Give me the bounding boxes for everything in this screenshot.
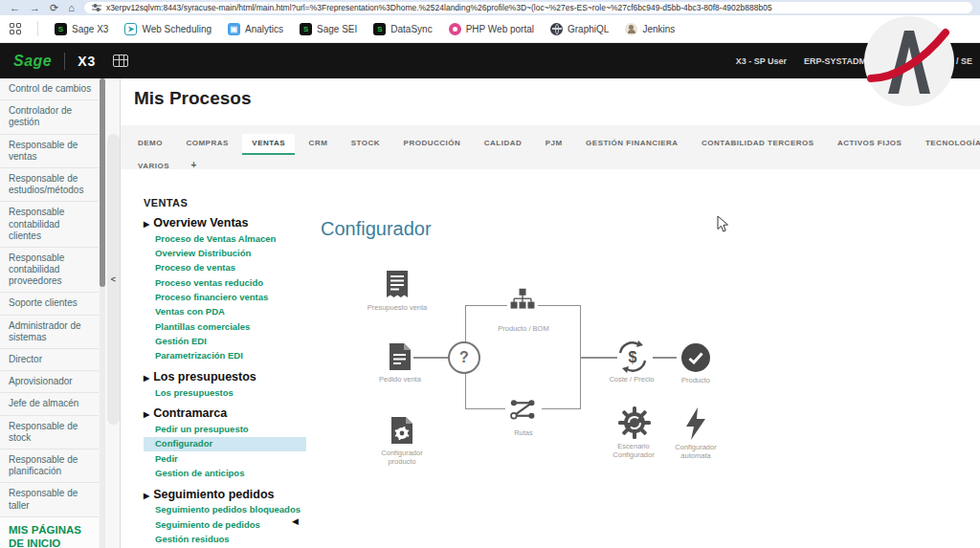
diagram-title: Configurador: [321, 218, 432, 240]
tree-link-proceso-de-ventas[interactable]: Proceso de ventas: [144, 261, 306, 275]
tree-link-configurador[interactable]: Configurador: [144, 437, 306, 451]
gear-icon[interactable]: [617, 406, 652, 440]
sidebar-collapse-handle[interactable]: <: [107, 134, 120, 425]
group-arrow-icon: ▶: [144, 492, 149, 500]
grid-menu-icon[interactable]: [113, 55, 128, 67]
bookmark-analytics[interactable]: ▣ Analytics: [228, 23, 283, 35]
bookmark-web-scheduling[interactable]: ➤ Web Scheduling: [124, 23, 212, 35]
back-icon[interactable]: ←: [10, 3, 20, 13]
tree-title: VENTAS: [144, 197, 306, 208]
bookmark-php-web-portal[interactable]: PHP Web portal: [449, 23, 534, 35]
tab-contabilidad-terceros[interactable]: CONTABILIDAD TERCEROS: [692, 134, 823, 153]
bolt-icon[interactable]: [684, 407, 707, 440]
sage-logo: Sage: [13, 53, 52, 70]
sidebar-item-responsable-de-stock[interactable]: Responsable de stock: [0, 416, 99, 449]
tree-link-proceso-ventas-almacen[interactable]: Proceso de Ventas Almacen: [144, 231, 306, 246]
sidebar-item-responsable-estudios-metodos[interactable]: Responsable de estudios/métodos: [0, 168, 99, 202]
tree-link-proceso-ventas-reducido[interactable]: Proceso ventas reducido: [144, 275, 306, 290]
sidebar-item-responsable-contabilidad-proveedores[interactable]: Responsable contabilidad proveedores: [0, 248, 99, 294]
tree-link-pedir[interactable]: Pedir: [144, 451, 306, 466]
tree-link-overview-distribucion[interactable]: Overview Distribución: [144, 246, 306, 260]
tree-group-los-presupuestos[interactable]: ▶Los presupuestos: [144, 370, 306, 384]
bookmark-jenkins[interactable]: Jenkins: [625, 23, 675, 35]
route-icon[interactable]: [505, 396, 542, 423]
tab-compras[interactable]: COMPRAS: [176, 134, 237, 153]
apps-grid-icon[interactable]: [10, 23, 21, 34]
check-icon[interactable]: [681, 343, 710, 372]
graphiql-favicon: [550, 23, 563, 35]
sidebar-item-administrador-de-sistemas[interactable]: Administrador de sistemas: [0, 316, 99, 349]
tree-link-parametrizacion-edi[interactable]: Parametrización EDI: [144, 349, 306, 363]
tree-panel-collapse-icon[interactable]: ◀: [292, 516, 299, 526]
add-tab-button[interactable]: +: [184, 158, 205, 169]
group-arrow-icon: ▶: [144, 410, 149, 419]
sidebar-item-aprovisionador[interactable]: Aprovisionador: [0, 371, 99, 393]
bookmark-sage-sei[interactable]: S Sage SEI: [300, 23, 357, 35]
sidebar-scrollbar-thumb[interactable]: [100, 78, 105, 287]
bom-icon[interactable]: [507, 286, 538, 313]
sidebar-item-responsable-de-taller[interactable]: Responsable de taller: [0, 483, 99, 516]
sidebar-item-controlador-de-gestion[interactable]: Controlador de gestión: [0, 100, 99, 134]
document-icon[interactable]: [388, 342, 412, 371]
node-label: Pedido venta: [367, 375, 434, 384]
price-sync-icon[interactable]: $: [615, 340, 650, 373]
tab-calidad[interactable]: CALIDAD: [475, 134, 532, 153]
tree-link-gestion-residuos[interactable]: Gestión residuos: [144, 533, 306, 547]
tab-row-1: DEMO COMPRAS VENTAS CRM STOCK PRODUCCIÓN…: [128, 132, 980, 155]
tree-link-ventas-con-pda[interactable]: Ventas con PDA: [144, 305, 306, 319]
tree-link-plantillas-comerciales[interactable]: Plantillas comerciales: [144, 319, 306, 334]
jenkins-favicon: [625, 23, 637, 35]
sidebar-item-responsable-de-planificacion[interactable]: Responsable de planificación: [0, 449, 99, 483]
tree-link-gestion-edi[interactable]: Gestión EDI: [144, 334, 306, 348]
tab-crm[interactable]: CRM: [300, 134, 338, 153]
tree-link-gestion-de-anticipos[interactable]: Gestion de anticipos: [144, 466, 306, 480]
tree-link-los-presupuestos[interactable]: Los presupuestos: [144, 385, 306, 400]
tab-produccion[interactable]: PRODUCCIÓN: [394, 134, 471, 153]
tab-pjm[interactable]: PJM: [536, 134, 572, 153]
header-divider: [64, 53, 65, 70]
gear-document-icon[interactable]: [390, 416, 414, 445]
tree-link-seguimiento-de-pedidos[interactable]: Seguimiento de pedidos: [144, 517, 306, 532]
sidebar-item-responsable-de-ventas[interactable]: Responsable de ventas: [0, 135, 99, 168]
bookmark-graphiql[interactable]: GraphiQL: [550, 23, 609, 35]
tree-group-contramarca[interactable]: ▶Contramarca: [144, 406, 306, 420]
sidebar-item-responsable-contabilidad-clientes[interactable]: Responsable contabilidad clientes: [0, 202, 99, 248]
site-settings-icon[interactable]: [92, 3, 101, 12]
node-label: Producto: [667, 376, 724, 384]
tab-varios[interactable]: VARIOS: [128, 157, 179, 169]
forward-icon[interactable]: →: [30, 3, 40, 13]
tab-ventas[interactable]: VENTAS: [242, 134, 295, 155]
tree-link-proceso-financiero-ventas[interactable]: Proceso financiero ventas: [144, 290, 306, 304]
app-header: Sage X3 X3 - SP User ERP-SYSTADMIN X3ERP…: [0, 43, 980, 78]
bookmark-datasync[interactable]: S DataSync: [373, 23, 432, 35]
sidebar-item-control-de-cambios[interactable]: Control de cambios: [0, 78, 99, 100]
node-label: Configurador autómata: [665, 443, 726, 461]
receipt-icon[interactable]: [384, 270, 411, 300]
tree-group-seguimiento-pedidos[interactable]: ▶Seguimiento pedidos: [144, 488, 306, 501]
tab-tecnologia[interactable]: TECNOLOGÍA: [916, 134, 980, 153]
sidebar-item-soporte-clientes[interactable]: Soporte clientes: [0, 293, 99, 315]
tree-link-seguimiento-pedidos-bloqueados[interactable]: Seguimiento pedidos bloqueados: [144, 503, 306, 517]
bookmark-sage-x3[interactable]: S Sage X3: [55, 23, 108, 35]
sidebar-item-jefe-de-almacen[interactable]: Jefe de almacén: [0, 393, 99, 415]
user-label[interactable]: X3 - SP User: [736, 56, 787, 66]
group-arrow-icon: ▶: [144, 220, 149, 229]
url-bar[interactable]: x3erpv12sqlvm:8443/syracuse-main/html/ma…: [84, 2, 972, 13]
sage-sei-favicon: S: [300, 23, 312, 35]
tree-group-overview-ventas[interactable]: ▶Overview Ventas: [144, 216, 306, 230]
home-pages-section: MIS PÁGINAS DE INICIO + Nuevo: [0, 517, 99, 548]
sidebar-item-director[interactable]: Director: [0, 349, 99, 371]
web-scheduling-favicon: ➤: [124, 23, 137, 35]
tab-stock[interactable]: STOCK: [342, 134, 390, 153]
tab-demo[interactable]: DEMO: [128, 134, 172, 153]
diagram-box: [465, 305, 581, 409]
tree-link-pedir-un-presupuesto[interactable]: Pedir un presupuesto: [144, 422, 306, 436]
home-icon[interactable]: ⌂: [68, 3, 75, 13]
tab-gestion-financiera[interactable]: GESTIÓN FINANCIERA: [576, 134, 688, 153]
browser-toolbar: ← → ⟳ ⌂ x3erpv12sqlvm:8443/syracuse-main…: [0, 0, 980, 15]
process-diagram: Configurador Presupuesto venta Producto …: [316, 208, 746, 495]
url-text[interactable]: x3erpv12sqlvm:8443/syracuse-main/html/ma…: [106, 3, 772, 12]
question-icon[interactable]: ?: [448, 341, 480, 374]
tab-activos-fijos[interactable]: ACTIVOS FIJOS: [828, 134, 911, 153]
refresh-icon[interactable]: ⟳: [50, 3, 58, 13]
